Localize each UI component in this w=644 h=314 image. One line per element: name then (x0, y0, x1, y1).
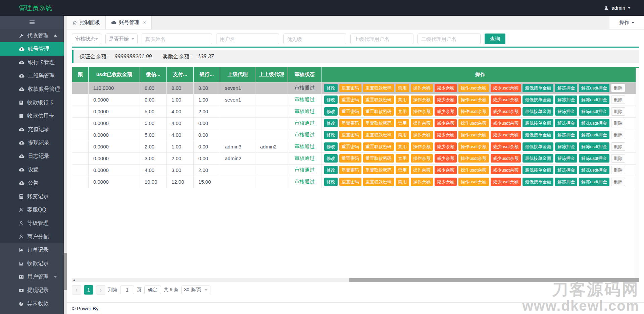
row-action-10-button[interactable]: 解冻usdt押金 (579, 96, 609, 104)
row-action-9-button[interactable]: 解冻押金 (555, 154, 577, 163)
row-action-2-button[interactable]: 重置取款密码 (363, 166, 394, 174)
row-action-3-button[interactable]: 禁用 (396, 154, 409, 163)
sidebar-item-abnormal-receiving[interactable]: 异常收款 (0, 297, 64, 310)
row-action-2-button[interactable]: 重置取款密码 (363, 154, 394, 163)
page-scrollbar-thumb[interactable] (64, 253, 67, 290)
row-action-0-button[interactable]: 修改 (324, 131, 338, 139)
sidebar-item-collection-management[interactable]: 代收管理 (0, 29, 64, 42)
table-row[interactable]: 0.00004.003.002.00审核通过修改重置密码重置取款密码禁用操作余额… (72, 164, 639, 176)
table-row[interactable]: 0.00005.004.000.00审核通过修改重置密码重置取款密码禁用操作余额… (72, 117, 639, 129)
sidebar-item-announcement[interactable]: 公告 (0, 176, 64, 190)
row-action-6-button[interactable]: 操作usdt余额 (458, 166, 489, 174)
row-action-6-button[interactable]: 操作usdt余额 (458, 84, 489, 92)
row-action-11-button[interactable]: 删除 (611, 96, 625, 104)
row-action-10-button[interactable]: 解冻usdt押金 (579, 142, 609, 151)
row-action-7-button[interactable]: 减少usdt余额 (491, 131, 521, 139)
row-action-6-button[interactable]: 操作usdt余额 (458, 178, 489, 186)
sidebar-item-account-management[interactable]: 账号管理 (0, 42, 64, 56)
row-action-1-button[interactable]: 重置密码 (339, 96, 361, 104)
current-page-button[interactable]: 1 (84, 285, 93, 295)
actions-dropdown[interactable]: 操作 (609, 16, 644, 29)
table-row[interactable]: 0.00002.001.000.00admin3admin2审核通过修改重置密码… (72, 141, 639, 152)
row-action-4-button[interactable]: 操作余额 (411, 166, 433, 174)
sidebar-item-order-records[interactable]: 订单记录 (0, 243, 64, 257)
row-action-3-button[interactable]: 禁用 (396, 142, 409, 151)
row-action-3-button[interactable]: 禁用 (396, 119, 409, 127)
row-action-7-button[interactable]: 减少usdt余额 (491, 119, 521, 127)
row-action-8-button[interactable]: 最低接单金额 (523, 142, 553, 151)
sidebar-item-log-records[interactable]: 日志记录 (0, 149, 64, 163)
sidebar-item-merchant-allocation[interactable]: 商户分配 (0, 230, 64, 243)
row-action-4-button[interactable]: 操作余额 (411, 107, 433, 116)
row-action-7-button[interactable]: 减少usdt余额 (491, 178, 521, 186)
row-action-5-button[interactable]: 减少余额 (435, 119, 457, 127)
row-action-1-button[interactable]: 重置密码 (339, 142, 361, 151)
row-action-2-button[interactable]: 重置取款密码 (363, 142, 394, 151)
row-action-4-button[interactable]: 操作余额 (411, 84, 433, 92)
row-action-7-button[interactable]: 减少usdt余额 (491, 166, 521, 174)
row-action-6-button[interactable]: 操作usdt余额 (458, 154, 489, 163)
tab-account-management[interactable]: 账号管理 × (106, 16, 152, 29)
filter-select-0[interactable]: 审核状态 (72, 34, 101, 44)
row-action-10-button[interactable]: 解冻usdt押金 (579, 154, 609, 163)
filter-input-2[interactable] (142, 34, 212, 44)
row-action-7-button[interactable]: 减少usdt余额 (491, 84, 521, 92)
user-menu[interactable]: admin (604, 5, 631, 11)
sidebar-item-level-management[interactable]: 等级管理 (0, 216, 64, 230)
row-action-6-button[interactable]: 操作usdt余额 (458, 96, 489, 104)
confirm-page-button[interactable]: 确定 (144, 286, 161, 294)
row-action-11-button[interactable]: 删除 (611, 166, 625, 174)
filter-input-4[interactable] (283, 34, 346, 44)
row-action-5-button[interactable]: 减少余额 (435, 107, 457, 116)
row-action-9-button[interactable]: 解冻押金 (555, 107, 577, 116)
table-row[interactable]: 0.00005.004.002.00审核通过修改重置密码重置取款密码禁用操作余额… (72, 106, 639, 117)
row-action-0-button[interactable]: 修改 (324, 96, 338, 104)
row-action-1-button[interactable]: 重置密码 (339, 119, 361, 127)
row-action-3-button[interactable]: 禁用 (396, 107, 409, 116)
row-action-4-button[interactable]: 操作余额 (411, 119, 433, 127)
row-action-6-button[interactable]: 操作usdt余额 (458, 142, 489, 151)
row-action-8-button[interactable]: 最低接单金额 (523, 84, 553, 92)
row-action-4-button[interactable]: 操作余额 (411, 142, 433, 151)
row-action-10-button[interactable]: 解冻usdt押金 (579, 166, 609, 174)
row-action-0-button[interactable]: 修改 (324, 154, 338, 163)
row-action-5-button[interactable]: 减少余额 (435, 178, 457, 186)
row-action-4-button[interactable]: 操作余额 (411, 96, 433, 104)
tab-dashboard[interactable]: 控制面板 (67, 16, 106, 29)
sidebar-item-balance-change-records[interactable]: 账变记录 (0, 190, 64, 203)
row-action-4-button[interactable]: 操作余额 (411, 178, 433, 186)
next-page-button[interactable]: › (96, 285, 105, 295)
row-action-3-button[interactable]: 禁用 (396, 84, 409, 92)
filter-select-1[interactable]: 是否开始 (105, 34, 138, 44)
row-action-9-button[interactable]: 解冻押金 (555, 166, 577, 174)
row-action-1-button[interactable]: 重置密码 (339, 178, 361, 186)
sidebar-item-receiving-account-management[interactable]: 收款账号管理 (0, 82, 64, 96)
sidebar-item-user-management[interactable]: 用户管理 (0, 270, 64, 284)
row-action-1-button[interactable]: 重置密码 (339, 131, 361, 139)
row-action-10-button[interactable]: 解冻usdt押金 (579, 107, 609, 116)
row-action-0-button[interactable]: 修改 (324, 119, 338, 127)
table-row[interactable]: 0.000010.0012.0015.00审核通过修改重置密码重置取款密码禁用操… (72, 176, 639, 188)
sidebar-item-settings[interactable]: 设置 (0, 163, 64, 176)
table-row[interactable]: 0.00000.001.001.00seven1审核通过修改重置密码重置取款密码… (72, 94, 639, 106)
scroll-left-icon[interactable]: ◄ (72, 278, 76, 282)
row-action-10-button[interactable]: 解冻usdt押金 (579, 84, 609, 92)
row-action-3-button[interactable]: 禁用 (396, 131, 409, 139)
row-action-10-button[interactable]: 解冻usdt押金 (579, 119, 609, 127)
prev-page-button[interactable]: ‹ (72, 285, 81, 295)
row-action-2-button[interactable]: 重置取款密码 (363, 84, 394, 92)
goto-page-input[interactable] (120, 286, 134, 294)
row-action-7-button[interactable]: 减少usdt余额 (491, 154, 521, 163)
row-action-7-button[interactable]: 减少usdt余额 (491, 107, 521, 116)
row-action-2-button[interactable]: 重置取款密码 (363, 107, 394, 116)
row-action-6-button[interactable]: 操作usdt余额 (458, 107, 489, 116)
row-action-5-button[interactable]: 减少余额 (435, 131, 457, 139)
row-action-11-button[interactable]: 删除 (611, 154, 625, 163)
filter-input-6[interactable] (417, 34, 481, 44)
row-action-1-button[interactable]: 重置密码 (339, 166, 361, 174)
row-action-9-button[interactable]: 解冻押金 (555, 119, 577, 127)
table-row[interactable]: 110.00008.008.008.00seven1审核通过修改重置密码重置取款… (72, 82, 639, 94)
row-action-8-button[interactable]: 最低接单金额 (523, 178, 553, 186)
table-vertical-scrollbar[interactable] (636, 68, 639, 278)
row-action-8-button[interactable]: 最低接单金额 (523, 166, 553, 174)
